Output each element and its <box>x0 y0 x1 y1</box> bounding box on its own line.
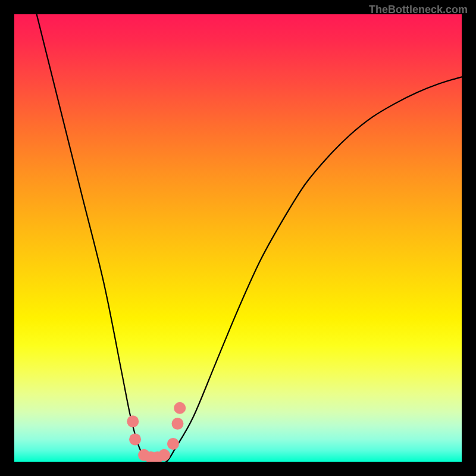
watermark-text: TheBottleneck.com <box>369 4 468 16</box>
plot-area <box>14 14 462 462</box>
heat-gradient <box>14 14 462 462</box>
